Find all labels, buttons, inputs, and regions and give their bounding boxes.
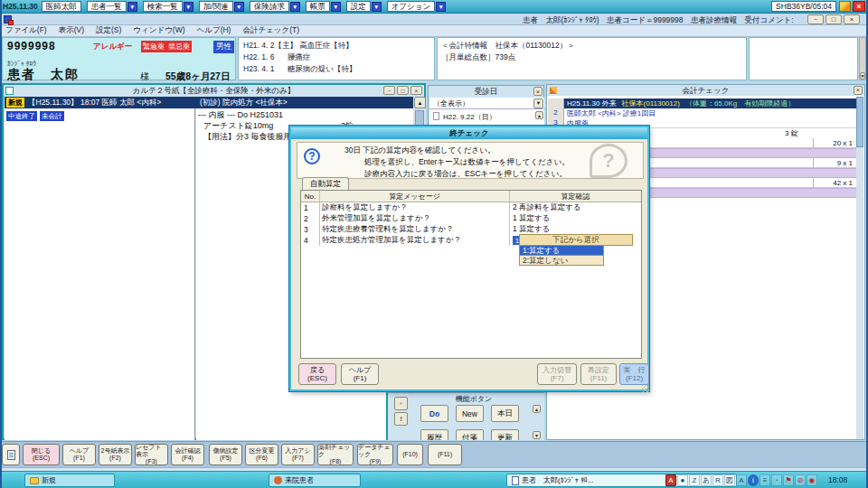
ime-kana-icon[interactable]: あ xyxy=(701,474,712,486)
ime-roman-icon[interactable]: R xyxy=(712,474,723,486)
karte-close-button[interactable]: × xyxy=(410,86,422,95)
account-points-line: ［月単総点数］739点 xyxy=(441,52,742,63)
chevron-down-icon[interactable]: ▼ xyxy=(436,2,446,12)
fkey-f10[interactable]: (F10) xyxy=(397,444,423,465)
memo-tool-button[interactable] xyxy=(2,444,20,465)
scroll-up-icon[interactable]: ▲ xyxy=(533,405,541,413)
account-info-panel: ＜会計特情報 社保本（01130012）＞ ［月単総点数］739点 xyxy=(437,37,747,80)
karte-left-pane[interactable]: 中途終了未会計 xyxy=(5,108,195,440)
menu-file[interactable]: ファイル(F) xyxy=(5,25,47,36)
fkey-input-assist[interactable]: 入力アシ(F7) xyxy=(281,444,315,465)
tab-auto-calculation[interactable]: 自動算定 xyxy=(302,177,349,190)
pane-resize-button[interactable]: ↕ xyxy=(394,412,408,426)
fkey-drug-check[interactable]: 薬剤チェック(F8) xyxy=(317,444,354,465)
karte-maximize-button[interactable]: □ xyxy=(397,86,409,95)
scroll-up-icon[interactable]: ▲ xyxy=(535,111,543,119)
chevron-down-icon[interactable]: ▼ xyxy=(372,2,382,12)
accounting-row-header[interactable]: H25.11.30 外来 社保本(01130012) （体重：65.0Kg 有効… xyxy=(548,99,858,108)
chevron-down-icon[interactable]: ▼ xyxy=(533,99,543,108)
info-icon[interactable]: i xyxy=(748,474,759,486)
contraindicated-drug-flag[interactable]: 禁忌薬 xyxy=(166,41,192,52)
wrench-icon[interactable] xyxy=(839,1,851,12)
menu-insurance-claim[interactable]: 保険請求▼ xyxy=(250,1,300,12)
taskbar-tab-visiting-patients[interactable]: 来院患者 xyxy=(269,474,361,487)
resize-grip[interactable] xyxy=(642,385,649,392)
fkey-close[interactable]: 閉じる(ESC) xyxy=(23,444,60,465)
scroll-down-icon[interactable]: ▼ xyxy=(533,431,541,439)
accounting-scrollbar[interactable] xyxy=(856,97,863,439)
emergency-drug-flag[interactable]: 緊急薬 xyxy=(141,41,166,52)
ime-mode-icon[interactable]: Z xyxy=(689,474,700,486)
col-confirm: 算定確認 xyxy=(510,191,641,202)
table-row[interactable]: 2 外来管理加算を算定しますか？ 1 算定する xyxy=(301,213,641,224)
fkey-category-change[interactable]: 区分変更(F6) xyxy=(245,444,278,465)
dropdown-option-not-calculate[interactable]: 2:算定しない xyxy=(519,256,604,266)
fkey-account-confirm[interactable]: 会計確認(F4) xyxy=(171,444,204,465)
new-button[interactable]: New xyxy=(456,405,484,422)
input-toggle-button[interactable]: 入力切替(F7) xyxy=(537,363,577,385)
reset-button[interactable]: 再設定(F11) xyxy=(580,363,617,385)
karte-minimize-button[interactable]: － xyxy=(383,86,395,95)
fkey-disease-setting[interactable]: 傷病設定(F5) xyxy=(209,444,242,465)
tray-list-icon[interactable]: ≡ xyxy=(760,474,770,486)
dialog-titlebar[interactable]: 終チェック xyxy=(291,127,647,139)
fkey-f11[interactable]: (F11) xyxy=(428,444,462,465)
menu-reports[interactable]: 帳票▼ xyxy=(306,1,341,12)
alert-icon[interactable]: ◉ xyxy=(807,474,817,486)
dropdown-option-calculate[interactable]: 1:算定する xyxy=(519,246,604,256)
taskbar-tab-new[interactable]: 新規 xyxy=(24,474,115,487)
menu-settings[interactable]: 設定▼ xyxy=(346,1,382,12)
history-button[interactable]: 履歴 xyxy=(420,429,448,440)
back-button[interactable]: 戻る(ESC) xyxy=(298,363,336,385)
allergy-label[interactable]: アレルギー xyxy=(93,42,132,52)
chevron-down-icon[interactable]: ▼ xyxy=(184,2,193,12)
scroll-down-icon[interactable]: ▼ xyxy=(860,72,865,80)
fkey-karte2-view[interactable]: 2号紙表示(F2) xyxy=(99,444,132,465)
close-button[interactable]: × xyxy=(844,14,860,24)
accounting-close-button[interactable]: × xyxy=(854,86,863,95)
tray-app-icon[interactable]: A xyxy=(665,474,676,486)
karte-entry-header[interactable]: 新規 【H25.11.30】 18:07 医師 太郎 <内科> (初診) 院内処… xyxy=(5,97,413,108)
menu-view[interactable]: 表示(V) xyxy=(59,25,84,36)
menu-patient-list[interactable]: 患者一覧▼ xyxy=(87,1,137,12)
chevron-down-icon[interactable]: ▼ xyxy=(234,2,244,12)
update-button[interactable]: 更新 xyxy=(491,429,519,440)
do-button[interactable]: Do xyxy=(420,405,448,422)
blocked-icon[interactable]: ⊘ xyxy=(795,474,806,486)
visit-list-item[interactable]: H22. 9.22（日） xyxy=(443,112,496,122)
flag-icon[interactable]: ⚑ xyxy=(783,474,794,486)
fkey-data-check[interactable]: データチェック(F9) xyxy=(357,444,393,465)
fkey-receipt-view[interactable]: レセプト表示(F3) xyxy=(135,444,168,465)
menu-options[interactable]: オプション▼ xyxy=(387,1,447,12)
maximize-button[interactable]: □ xyxy=(826,14,842,24)
table-row[interactable]: 1 診察料を算定しますか？ 2 再診料を算定する xyxy=(301,202,641,213)
minimize-button[interactable]: － xyxy=(807,14,824,24)
doctor-name-box[interactable]: 医師太郎 xyxy=(42,1,81,12)
chevron-down-icon[interactable]: ▼ xyxy=(331,2,341,12)
accounting-row-doctor[interactable]: 2 医師太郎 <内科> 診療1回目 xyxy=(548,108,858,118)
menu-related[interactable]: 加/関連▼ xyxy=(199,1,244,12)
scroll-up-icon[interactable]: ▲ xyxy=(414,97,426,108)
ime-pad-icon[interactable]: 図 xyxy=(724,474,735,486)
drug-quantity: 3 錠 xyxy=(785,128,798,138)
menu-config[interactable]: 設定(S) xyxy=(96,25,121,36)
menu-help[interactable]: ヘルプ(H) xyxy=(197,25,231,36)
chevron-down-icon[interactable]: ▼ xyxy=(127,2,137,12)
visit-filter-select[interactable]: （全表示） ▼ xyxy=(429,98,544,109)
menu-search-list[interactable]: 検索一覧▼ xyxy=(143,1,193,12)
today-button[interactable]: 本日 xyxy=(491,405,519,422)
fkey-help[interactable]: ヘルプ(F1) xyxy=(62,444,96,465)
tray-status-icon[interactable]: ● xyxy=(677,474,688,486)
chevron-down-icon[interactable]: ▼ xyxy=(290,2,300,12)
visit-close-button[interactable]: × xyxy=(533,87,542,96)
pane-toggle-button[interactable]: ◦ xyxy=(394,397,408,410)
ime-alpha-icon[interactable]: A xyxy=(736,474,747,486)
sticky-note-button[interactable]: 付箋 xyxy=(456,429,484,440)
help-button[interactable]: ヘルプ(F1) xyxy=(341,363,379,385)
patient-header-scrollbar[interactable]: ▼ xyxy=(859,37,866,80)
menu-account-check[interactable]: 会計チェック(T) xyxy=(242,25,299,36)
menu-window[interactable]: ウィンドウ(W) xyxy=(133,25,184,36)
tray-dot-icon[interactable]: ・ xyxy=(771,474,782,486)
app-close-button[interactable]: × xyxy=(853,1,865,12)
execute-button[interactable]: 実 行(F12) xyxy=(619,363,649,385)
